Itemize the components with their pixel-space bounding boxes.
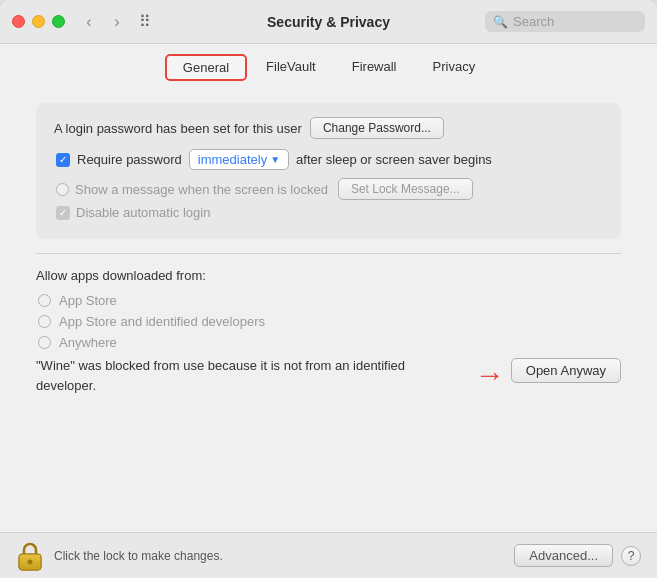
tab-privacy[interactable]: Privacy xyxy=(416,54,493,81)
lock-icon xyxy=(16,540,44,572)
app-store-devs-radio[interactable] xyxy=(38,315,51,328)
open-anyway-button[interactable]: Open Anyway xyxy=(511,358,621,383)
allow-title: Allow apps downloaded from: xyxy=(36,268,621,283)
disable-login-checkbox[interactable]: ✓ xyxy=(56,206,70,220)
bottom-bar: Click the lock to make changes. Advanced… xyxy=(0,532,657,578)
tab-firewall[interactable]: Firewall xyxy=(335,54,414,81)
app-store-radio[interactable] xyxy=(38,294,51,307)
traffic-lights xyxy=(12,15,65,28)
close-button[interactable] xyxy=(12,15,25,28)
set-lock-button[interactable]: Set Lock Message... xyxy=(338,178,473,200)
require-password-row: ✓ Require password immediately ▼ after s… xyxy=(54,149,603,170)
show-message-label: Show a message when the screen is locked xyxy=(75,182,328,197)
back-button[interactable]: ‹ xyxy=(77,10,101,34)
after-sleep-label: after sleep or screen saver begins xyxy=(296,152,492,167)
app-store-devs-row: App Store and identified developers xyxy=(36,314,621,329)
search-placeholder: Search xyxy=(513,14,554,29)
change-password-button[interactable]: Change Password... xyxy=(310,117,444,139)
immediately-value: immediately xyxy=(198,152,267,167)
checkmark-grey-icon: ✓ xyxy=(59,207,67,218)
allow-apps-section: Allow apps downloaded from: App Store Ap… xyxy=(36,268,621,395)
app-store-devs-label: App Store and identified developers xyxy=(59,314,265,329)
show-message-row: Show a message when the screen is locked… xyxy=(54,178,603,200)
password-row: A login password has been set for this u… xyxy=(54,117,603,139)
disable-login-row: ✓ Disable automatic login xyxy=(54,205,603,220)
titlebar: ‹ › ⠿ Security & Privacy 🔍 Search xyxy=(0,0,657,44)
app-store-row: App Store xyxy=(36,293,621,308)
require-password-label: Require password xyxy=(77,152,182,167)
show-message-radio[interactable] xyxy=(56,183,69,196)
svg-point-2 xyxy=(28,559,33,564)
password-info-label: A login password has been set for this u… xyxy=(54,121,302,136)
click-lock-text: Click the lock to make changes. xyxy=(54,549,223,563)
forward-button[interactable]: › xyxy=(105,10,129,34)
password-section: A login password has been set for this u… xyxy=(36,103,621,239)
open-anyway-container: → Open Anyway xyxy=(475,356,621,392)
disable-login-label: Disable automatic login xyxy=(76,205,210,220)
content-area: A login password has been set for this u… xyxy=(0,87,657,532)
checkmark-icon: ✓ xyxy=(59,154,67,165)
tab-filevault[interactable]: FileVault xyxy=(249,54,333,81)
dropdown-arrow-icon: ▼ xyxy=(270,154,280,165)
blocked-text: "Wine" was blocked from use because it i… xyxy=(36,356,465,395)
search-box[interactable]: 🔍 Search xyxy=(485,11,645,32)
red-arrow-icon: → xyxy=(475,358,505,392)
section-divider xyxy=(36,253,621,254)
advanced-button[interactable]: Advanced... xyxy=(514,544,613,567)
grid-icon: ⠿ xyxy=(139,12,151,31)
maximize-button[interactable] xyxy=(52,15,65,28)
tabs-bar: General FileVault Firewall Privacy xyxy=(0,44,657,87)
immediately-dropdown[interactable]: immediately ▼ xyxy=(189,149,289,170)
anywhere-radio[interactable] xyxy=(38,336,51,349)
window-title: Security & Privacy xyxy=(267,14,390,30)
search-icon: 🔍 xyxy=(493,15,508,29)
tab-general[interactable]: General xyxy=(165,54,247,81)
blocked-section: "Wine" was blocked from use because it i… xyxy=(36,356,621,395)
app-store-label: App Store xyxy=(59,293,117,308)
minimize-button[interactable] xyxy=(32,15,45,28)
anywhere-row: Anywhere xyxy=(36,335,621,350)
nav-buttons: ‹ › xyxy=(77,10,129,34)
main-window: ‹ › ⠿ Security & Privacy 🔍 Search Genera… xyxy=(0,0,657,578)
help-button[interactable]: ? xyxy=(621,546,641,566)
require-password-checkbox[interactable]: ✓ xyxy=(56,153,70,167)
anywhere-label: Anywhere xyxy=(59,335,117,350)
